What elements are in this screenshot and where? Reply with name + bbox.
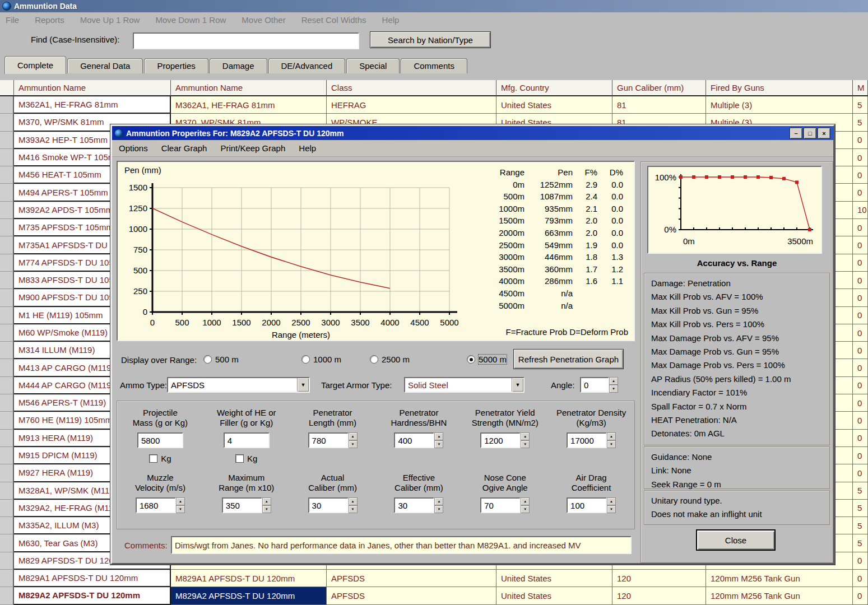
tab-damage[interactable]: Damage bbox=[210, 58, 267, 73]
ammo-row-cell[interactable]: United States bbox=[496, 96, 612, 114]
chevron-down-icon[interactable]: ▼ bbox=[512, 378, 523, 392]
field-spinner[interactable]: ▲▼ bbox=[607, 497, 616, 513]
dialog-menu-print-keep-graph[interactable]: Print/Keep Graph bbox=[220, 143, 285, 153]
ammo-row-cell[interactable]: 120 bbox=[612, 570, 706, 587]
ammo-row-cell[interactable]: United States bbox=[496, 587, 612, 604]
comments-field[interactable]: Dims/wgt from Janes. No hard performance… bbox=[171, 536, 632, 554]
close-button[interactable]: Close bbox=[696, 529, 776, 551]
ammo-row-cell[interactable]: M829A2 APFSDS-T DU 120mm bbox=[171, 587, 327, 604]
ammo-row-cell[interactable]: 0 bbox=[853, 587, 868, 604]
field-spinner[interactable]: ▲▼ bbox=[521, 432, 530, 448]
field-spinner[interactable]: ▲▼ bbox=[434, 497, 443, 513]
kg-checkbox[interactable] bbox=[149, 454, 157, 463]
tab-special[interactable]: Special bbox=[346, 58, 400, 73]
kg-checkbox[interactable] bbox=[235, 454, 244, 463]
ammo-row-cell[interactable]: 81 bbox=[612, 96, 706, 114]
ammo-row-cell[interactable]: 0 bbox=[853, 430, 868, 447]
close-button[interactable]: × bbox=[818, 128, 830, 139]
column-header[interactable]: M bbox=[853, 80, 868, 96]
ammo-row-cell[interactable]: 0 bbox=[853, 219, 868, 236]
ammo-row-cell[interactable]: 5 bbox=[853, 500, 868, 517]
ammo-row-cell[interactable]: 0 bbox=[853, 570, 868, 587]
field-input[interactable]: 17000 bbox=[567, 432, 607, 448]
field-spinner[interactable]: ▲▼ bbox=[176, 497, 185, 513]
ammo-row-cell[interactable]: 0 bbox=[853, 236, 868, 254]
field-input[interactable]: 30 bbox=[308, 497, 349, 513]
ammo-row-cell[interactable]: 0 bbox=[853, 377, 868, 394]
menu-item-help[interactable]: Help bbox=[382, 15, 400, 25]
field-input[interactable]: 350 bbox=[222, 497, 262, 513]
ammo-row-cell[interactable]: 120mm M256 Tank Gun bbox=[706, 587, 853, 604]
ammo-row-cell[interactable]: 120mm M256 Tank Gun bbox=[706, 570, 853, 587]
ammo-row-cell[interactable]: 5 bbox=[853, 114, 868, 131]
ammo-row-cell[interactable]: Multiple (3) bbox=[706, 96, 853, 114]
ammo-row-cell[interactable]: 5 bbox=[853, 96, 868, 114]
refresh-penetration-button[interactable]: Refresh Penetration Graph bbox=[513, 349, 624, 369]
ammo-row-cell[interactable]: 0 bbox=[853, 412, 868, 429]
ammo-row-cell[interactable]: M829A1 APFSDS-T DU 120mm bbox=[171, 570, 327, 587]
field-input[interactable]: 70 bbox=[480, 497, 521, 513]
dialog-titlebar[interactable]: Ammuntion Properites For: M829A2 APFSDS-… bbox=[112, 126, 833, 140]
column-header[interactable]: Ammuntion Name bbox=[14, 80, 171, 96]
ammo-row-cell[interactable]: 0 bbox=[853, 184, 868, 201]
ammo-row-cell[interactable]: 120 bbox=[612, 587, 706, 604]
menu-item-file[interactable]: File bbox=[6, 15, 19, 25]
tab-comments[interactable]: Comments bbox=[401, 58, 467, 73]
ammo-row-name[interactable]: M829A2 APFSDS-T DU 120mm bbox=[14, 587, 171, 604]
field-spinner[interactable]: ▲▼ bbox=[434, 432, 443, 448]
ammo-row-cell[interactable]: 5 bbox=[853, 482, 868, 500]
ammo-row-cell[interactable]: United States bbox=[496, 570, 612, 587]
column-header[interactable]: Mfg. Country bbox=[496, 80, 612, 96]
maximize-button[interactable]: □ bbox=[804, 128, 816, 139]
ammo-row-cell[interactable]: 0 bbox=[853, 166, 868, 184]
angle-input[interactable]: 0 bbox=[580, 377, 609, 393]
radio-range-5000-m[interactable]: 5000 m bbox=[467, 355, 507, 364]
dialog-menu-clear-graph[interactable]: Clear Graph bbox=[161, 143, 207, 153]
ammo-row-cell[interactable]: 0 bbox=[853, 464, 868, 482]
ammo-row-cell[interactable]: HEFRAG bbox=[327, 96, 496, 114]
ammo-row-cell[interactable]: 5 bbox=[853, 534, 868, 552]
angle-spinner[interactable]: ▲▼ bbox=[609, 377, 618, 393]
field-input[interactable]: 100 bbox=[567, 497, 607, 513]
ammo-row-cell[interactable]: 0 bbox=[853, 289, 868, 306]
column-header[interactable]: Fired By Guns bbox=[706, 80, 853, 96]
field-input[interactable]: 1680 bbox=[136, 497, 176, 513]
field-spinner[interactable]: ▲▼ bbox=[607, 432, 616, 448]
menu-item-move-other[interactable]: Move Other bbox=[242, 15, 285, 25]
column-header[interactable]: Gun Caliber (mm) bbox=[612, 80, 706, 96]
field-input[interactable]: 1200 bbox=[480, 432, 521, 448]
ammo-row-cell[interactable]: APFSDS bbox=[327, 570, 496, 587]
armor-type-combo[interactable]: Solid Steel ▼ bbox=[404, 377, 524, 393]
column-header[interactable]: Class bbox=[327, 80, 496, 96]
ammo-row-name[interactable]: M362A1, HE-FRAG 81mm bbox=[14, 96, 171, 114]
field-input[interactable]: 400 bbox=[394, 432, 434, 448]
ammo-row-cell[interactable]: 0 bbox=[853, 342, 868, 359]
ammo-row-cell[interactable]: 0 bbox=[853, 132, 868, 149]
ammo-row-cell[interactable]: 0 bbox=[853, 359, 868, 376]
field-spinner[interactable]: ▲▼ bbox=[349, 497, 358, 513]
field-spinner[interactable]: ▲▼ bbox=[262, 497, 271, 513]
radio-range-1000-m[interactable]: 1000 m bbox=[301, 355, 341, 364]
menu-item-reset-col-widths[interactable]: Reset Col Widths bbox=[301, 15, 366, 25]
field-spinner[interactable]: ▲▼ bbox=[349, 432, 358, 448]
ammo-row-cell[interactable]: 0 bbox=[853, 149, 868, 166]
field-input[interactable]: 30 bbox=[394, 497, 434, 513]
minimize-button[interactable]: – bbox=[790, 128, 802, 139]
menu-item-reports[interactable]: Reports bbox=[35, 15, 64, 25]
field-input[interactable]: 5800 bbox=[137, 432, 183, 448]
ammo-row-cell[interactable]: 0 bbox=[853, 447, 868, 464]
search-by-nation-button[interactable]: Search by Nation/Type bbox=[370, 31, 491, 48]
ammo-row-cell[interactable]: 5 bbox=[853, 517, 868, 534]
ammo-row-name[interactable]: M829A1 APFSDS-T DU 120mm bbox=[14, 570, 171, 587]
field-input[interactable]: 4 bbox=[224, 432, 270, 448]
ammo-row-cell[interactable]: 0 bbox=[853, 552, 868, 570]
dialog-menu-help[interactable]: Help bbox=[299, 143, 316, 153]
ammo-row-cell[interactable]: 0 bbox=[853, 254, 868, 272]
field-spinner[interactable]: ▲▼ bbox=[521, 497, 530, 513]
ammo-row-cell[interactable]: 0 bbox=[853, 272, 868, 289]
ammo-type-combo[interactable]: APFSDS ▼ bbox=[167, 377, 310, 393]
ammo-row-cell[interactable]: 0 bbox=[853, 324, 868, 342]
radio-range-500-m[interactable]: 500 m bbox=[203, 355, 239, 364]
ammo-row-cell[interactable]: 0 bbox=[853, 394, 868, 412]
dialog-menu-options[interactable]: Options bbox=[119, 143, 148, 153]
